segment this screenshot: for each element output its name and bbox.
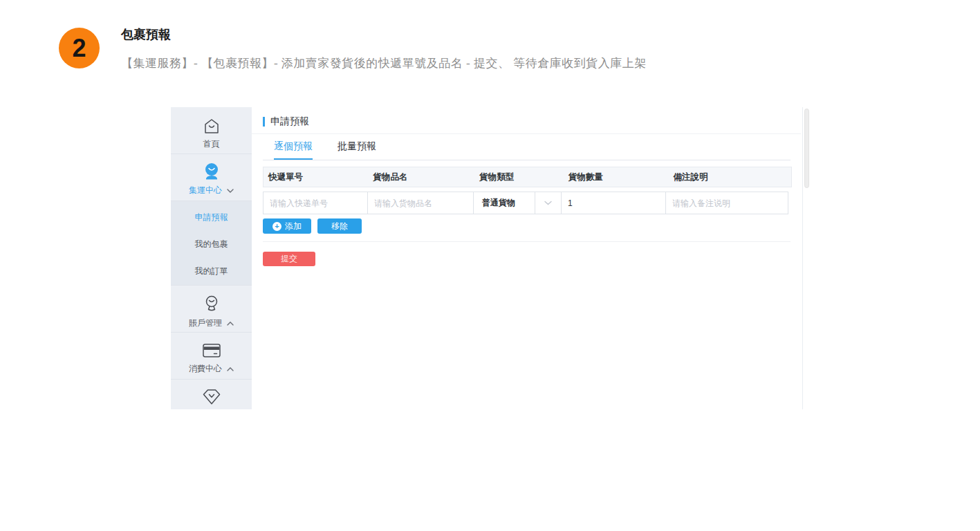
chevron-up-icon (227, 322, 234, 326)
title-accent-bar (263, 117, 265, 127)
quantity-input[interactable] (562, 192, 665, 214)
column-header-goods-quantity: 貨物數量 (564, 171, 669, 183)
diamond-icon (202, 388, 221, 406)
sidebar-item-text: 消費中心 (189, 363, 222, 375)
sidebar-item-vip[interactable] (171, 379, 252, 409)
section-title-text: 申請預報 (270, 115, 309, 128)
home-icon (203, 118, 221, 134)
column-header-tracking-number: 快遞單号 (264, 171, 369, 183)
chevron-up-icon (227, 367, 234, 371)
quantity-cell (561, 192, 666, 214)
main-content: 申請預報 逐個預報 批量預報 快遞單号 貨物品名 貨物類型 貨物數量 備注說明 (252, 107, 801, 409)
remark-input[interactable] (666, 192, 788, 214)
submit-button[interactable]: 提交 (263, 252, 315, 266)
column-header-remark: 備注說明 (668, 171, 791, 183)
divider (252, 133, 801, 134)
submenu-item-my-packages[interactable]: 我的包裹 (195, 231, 228, 258)
section-title: 申請預報 (263, 115, 309, 128)
sidebar-item-home[interactable]: 首頁 (171, 107, 252, 153)
sidebar-item-label: 賬戶管理 (189, 317, 234, 329)
tutorial-step-page: 2 包裹預報 【集運服務】- 【包裹預報】- 添加賣家發貨後的快遞單號及品名 -… (0, 0, 980, 531)
tracking-number-cell (263, 192, 368, 214)
remark-cell (665, 192, 788, 214)
plus-icon: + (272, 222, 281, 231)
column-header-goods-type: 貨物類型 (474, 171, 564, 183)
sidebar-item-consumption-center[interactable]: 消費中心 (171, 332, 252, 379)
scrollbar-thumb[interactable] (804, 109, 809, 188)
table-header-row: 快遞單号 貨物品名 貨物類型 貨物數量 備注說明 (263, 167, 792, 187)
goods-type-dropdown-toggle[interactable] (535, 192, 562, 214)
step-number: 2 (72, 34, 86, 63)
table-row: 普通貨物 (263, 192, 792, 214)
page-title: 包裹預報 (121, 26, 171, 43)
sidebar: 首頁 集運中心 申請預報 (171, 107, 252, 409)
chevron-down-icon (227, 189, 234, 193)
submenu-item-apply-forecast[interactable]: 申請預報 (195, 204, 228, 231)
consolidation-center-icon (203, 162, 221, 180)
tab-batch-forecast[interactable]: 批量預報 (338, 140, 376, 160)
vertical-scrollbar[interactable] (802, 107, 809, 409)
remove-button-label: 移除 (331, 221, 348, 232)
page-subtitle: 【集運服務】- 【包裹預報】- 添加賣家發貨後的快遞單號及品名 - 提交、 等待… (121, 55, 647, 71)
divider (263, 160, 791, 160)
row-action-buttons: + 添加 移除 (263, 218, 362, 234)
goods-name-cell (367, 192, 474, 214)
sidebar-item-label: 消費中心 (189, 363, 234, 375)
account-icon (203, 295, 221, 313)
remove-row-button[interactable]: 移除 (317, 218, 362, 234)
app-window: 首頁 集運中心 申請預報 (171, 107, 809, 409)
column-header-goods-name: 貨物品名 (369, 171, 475, 183)
sidebar-item-account-management[interactable]: 賬戶管理 (171, 285, 252, 332)
credit-card-icon (202, 342, 221, 359)
goods-type-select[interactable]: 普通貨物 (473, 192, 535, 214)
tab-individual-forecast[interactable]: 逐個預報 (274, 140, 313, 160)
goods-name-input[interactable] (368, 192, 473, 214)
chevron-down-icon (544, 201, 552, 205)
sidebar-item-consolidation-center[interactable]: 集運中心 (171, 153, 252, 201)
sidebar-item-text: 集運中心 (189, 185, 222, 196)
tracking-number-input[interactable] (264, 192, 367, 214)
sidebar-submenu: 申請預報 我的包裹 我的訂單 (171, 201, 252, 285)
sidebar-item-text: 賬戶管理 (189, 317, 222, 329)
add-row-button[interactable]: + 添加 (263, 218, 311, 234)
submenu-item-my-orders[interactable]: 我的訂單 (195, 258, 228, 285)
step-number-badge: 2 (59, 28, 100, 68)
divider (263, 241, 791, 242)
sidebar-item-label: 集運中心 (189, 185, 234, 196)
add-button-label: 添加 (285, 221, 302, 232)
tab-bar: 逐個預報 批量預報 (274, 140, 376, 160)
sidebar-item-label: 首頁 (203, 138, 220, 150)
